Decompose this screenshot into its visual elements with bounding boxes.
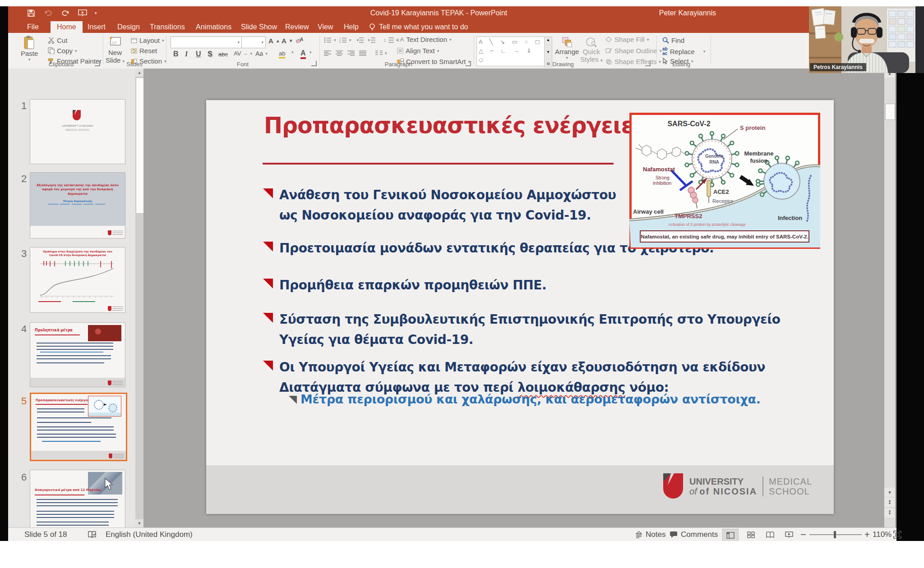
arrange-button[interactable]: Arrange▾	[555, 37, 579, 60]
scroll-thumb[interactable]	[885, 104, 895, 120]
zoom-level[interactable]: 110%	[873, 528, 892, 541]
align-center-button[interactable]	[336, 50, 343, 56]
zoom-slider-thumb[interactable]	[834, 531, 836, 538]
panel-scroll-thumb[interactable]	[136, 78, 143, 214]
font-color-caret[interactable]: ▾	[310, 50, 312, 55]
next-slide-button[interactable]: ▼▼	[884, 508, 895, 518]
sars-cov-2-figure[interactable]: Genome RNA	[629, 113, 820, 249]
triangle-bullet-icon	[263, 279, 273, 289]
tab-animations[interactable]: Animations	[189, 21, 238, 33]
zoom-out-button[interactable]: −	[800, 528, 806, 541]
strikethrough-button[interactable]: abc	[218, 51, 228, 58]
zoom-in-button[interactable]: +	[864, 528, 870, 541]
webcam-video-tile: Petros Karayiannis	[809, 6, 924, 73]
tell-me-box[interactable]: Tell me what you want to do	[369, 21, 468, 33]
thumbnail-slide-1[interactable]: UNIVERSITY of NICOSIA MEDICAL SCHOOL	[30, 99, 125, 164]
character-spacing-button[interactable]: AV↔▾	[234, 50, 252, 57]
tab-view[interactable]: View	[311, 21, 339, 33]
bullets-button[interactable]: ▾	[324, 37, 336, 43]
thumbnail-slide-5-selected[interactable]: Προπαρασκευαστικές ενέργειες	[30, 393, 127, 461]
align-right-button[interactable]	[347, 50, 355, 56]
copy-button[interactable]: Copy▾	[48, 47, 77, 55]
clear-formatting-button[interactable]: A	[296, 37, 303, 43]
italic-button[interactable]: I	[185, 50, 188, 58]
notes-button[interactable]: Notes	[635, 528, 665, 541]
change-case-button[interactable]: Aa▾	[255, 50, 268, 57]
line-spacing-button[interactable]: ↕ ▾	[383, 37, 398, 43]
logo-text-university: UNIVERSITYof of NICOSIA	[689, 476, 757, 496]
highlight-color-button[interactable]: ab	[279, 50, 285, 59]
font-size-combo[interactable]: ▾	[241, 37, 266, 48]
paragraph-dialog-launcher[interactable]	[466, 61, 471, 66]
thumb-number: 6	[17, 472, 31, 483]
new-slide-button[interactable]: NewSlide ▾	[106, 36, 125, 64]
text-shadow-button[interactable]: S	[208, 50, 213, 58]
underline-button[interactable]: U	[196, 50, 201, 58]
font-color-button[interactable]: A	[300, 49, 306, 59]
tab-slideshow[interactable]: Slide Show	[235, 21, 283, 33]
fit-slide-button[interactable]	[893, 528, 901, 541]
sub-bullet-text: Μέτρα περιορισμού και χαλάρωσης, και αερ…	[300, 392, 761, 406]
comments-button[interactable]: Comments	[670, 528, 718, 541]
panel-scroll-down-icon[interactable]: ▼	[135, 519, 143, 527]
panel-scroll-up-icon[interactable]: ▲	[135, 69, 143, 77]
scroll-down-icon[interactable]: ▼	[884, 488, 895, 497]
panel-scrollbar[interactable]: ▲ ▼	[135, 69, 143, 527]
thumbnail-slide-2[interactable]: Αξιολόγηση της κατάστασης της πανδημίας …	[30, 172, 125, 238]
tab-design[interactable]: Design	[111, 21, 146, 33]
thumbnail-slide-4[interactable]: Προληπτικά μέτρα	[30, 322, 125, 387]
clipboard-dialog-launcher[interactable]	[95, 61, 100, 66]
thumbnail-slide-3[interactable]: Ορόσημα στην διαχείριση της πανδημίας το…	[30, 247, 125, 313]
shrink-font-button[interactable]: A▼	[282, 37, 293, 45]
slide-canvas[interactable]: Προπαρασκευαστικές ενέργειες Ανάθεση του…	[206, 100, 834, 514]
cut-button[interactable]: Cut	[48, 37, 67, 44]
signed-in-user[interactable]: Peter Karayiannis	[659, 9, 716, 17]
slide-counter[interactable]: Slide 5 of 18	[24, 528, 67, 541]
tab-review[interactable]: Review	[279, 21, 315, 33]
increase-indent-button[interactable]	[368, 37, 376, 43]
shape-fill-button[interactable]: Shape Fill▾	[605, 36, 649, 43]
slide-sorter-view-button[interactable]	[743, 529, 758, 541]
language-indicator[interactable]: English (United Kingdom)	[106, 528, 193, 541]
grow-font-button[interactable]: A▲	[268, 37, 280, 45]
mini-bullet-lines	[37, 499, 118, 506]
align-left-button[interactable]	[324, 50, 331, 56]
slideshow-view-button[interactable]	[781, 529, 797, 541]
columns-button[interactable]: ▾	[375, 50, 387, 56]
mini-bullet-lines	[37, 422, 91, 423]
reading-view-button[interactable]	[762, 529, 778, 541]
mini-author: Πέτρος Καραγιάννης	[30, 200, 125, 202]
figure-infection-label: Infection	[778, 215, 802, 221]
normal-view-button[interactable]	[722, 529, 739, 541]
find-button[interactable]: Find	[662, 37, 684, 44]
tab-transitions[interactable]: Transitions	[143, 21, 191, 33]
align-text-button[interactable]: Align Text▾	[397, 47, 439, 55]
highlight-caret[interactable]: ▾	[291, 50, 294, 55]
layout-button[interactable]: Layout▾	[131, 37, 164, 44]
slide-scrollbar[interactable]: ▲ ▼ ▲▲ ▼▼	[884, 69, 895, 527]
tab-insert[interactable]: Insert	[81, 21, 112, 33]
font-name-combo[interactable]: ▾	[171, 37, 242, 48]
replace-button[interactable]: abac Replace▾	[662, 47, 705, 56]
previous-slide-button[interactable]: ▲▲	[884, 498, 895, 507]
font-dialog-launcher[interactable]	[311, 61, 317, 66]
bold-button[interactable]: B	[173, 50, 179, 58]
bullet-item: Προμήθεια επαρκών προμηθειών ΠΠΕ.	[263, 275, 822, 295]
tab-file[interactable]: File	[21, 21, 45, 33]
tab-home[interactable]: Home	[51, 21, 83, 33]
shape-effects-button[interactable]: Shape Effects▾	[605, 58, 661, 65]
paste-button[interactable]: Paste▾	[21, 36, 38, 62]
decrease-indent-button[interactable]	[356, 37, 364, 43]
justify-button[interactable]	[359, 50, 366, 56]
shape-outline-button[interactable]: Shape Outline▾	[605, 47, 662, 55]
shapes-gallery[interactable]: A ╲ ↘ ▭ ○ ◻ △ ⌐ ∟ → ⇓ ◇ ~ ( ) { } ☆	[476, 37, 548, 66]
reset-button[interactable]: Reset	[131, 47, 157, 55]
quick-styles-button[interactable]: QuickStyles ▾	[580, 37, 603, 63]
spell-check-icon[interactable]	[88, 528, 97, 541]
text-direction-button[interactable]: ↕AText Direction▾	[397, 36, 452, 43]
shape-effects-icon	[605, 59, 612, 64]
drawing-dialog-launcher[interactable]	[645, 61, 651, 66]
scissors-icon	[48, 37, 55, 44]
tab-help[interactable]: Help	[337, 21, 365, 33]
numbering-button[interactable]: 123▾	[339, 37, 351, 43]
